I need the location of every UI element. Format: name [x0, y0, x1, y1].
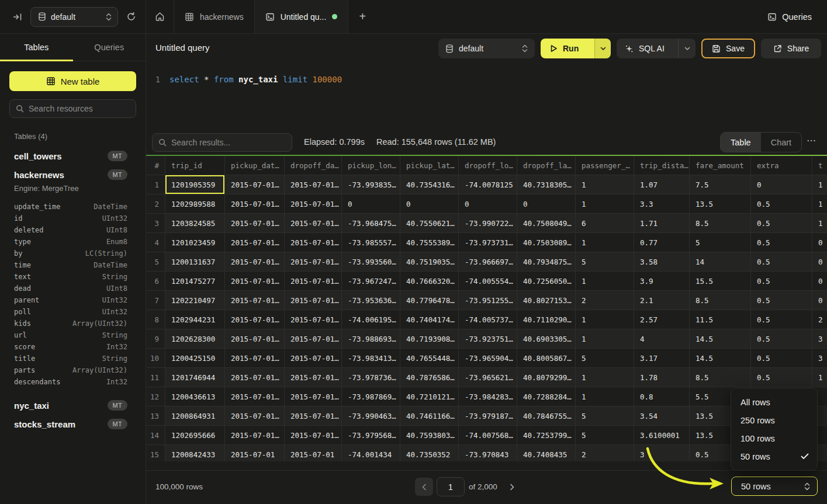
row-number-cell[interactable]: 11: [146, 368, 165, 387]
row-number-cell[interactable]: 8: [146, 310, 165, 329]
data-cell[interactable]: 2: [576, 445, 634, 461]
data-cell[interactable]: 1: [812, 175, 827, 194]
prev-page-button[interactable]: [415, 478, 433, 496]
data-cell[interactable]: 1: [576, 194, 634, 214]
data-cell[interactable]: -73.979187…: [459, 406, 517, 426]
sidebar-tab-queries[interactable]: Queries: [73, 34, 146, 61]
data-cell[interactable]: 3.58: [634, 252, 690, 272]
data-cell[interactable]: 40.7408435: [517, 445, 576, 461]
row-number-cell[interactable]: 10: [146, 349, 165, 368]
query-database-selector[interactable]: default: [438, 39, 535, 58]
data-cell[interactable]: 2015-07-01…: [225, 349, 285, 368]
data-cell[interactable]: 2015-07-01…: [285, 329, 342, 349]
resource-search-input[interactable]: [29, 104, 130, 113]
sidebar-table-cell_towers[interactable]: cell_towersMT: [0, 147, 146, 165]
refresh-icon[interactable]: [126, 12, 136, 22]
data-cell[interactable]: 6: [576, 214, 634, 233]
data-cell[interactable]: 1: [576, 368, 634, 387]
data-cell[interactable]: 8.5: [690, 368, 751, 387]
next-page-button[interactable]: [504, 478, 520, 496]
tab-untitled-query[interactable]: Untitled qu...: [255, 0, 349, 33]
data-cell[interactable]: 1: [576, 387, 634, 406]
data-cell[interactable]: 40.7110290…: [517, 310, 576, 329]
page-size-option-all-rows[interactable]: All rows: [731, 393, 817, 411]
collapse-sidebar-icon[interactable]: [13, 12, 22, 22]
data-cell[interactable]: 3.6100001: [634, 426, 690, 445]
data-cell[interactable]: 3: [812, 349, 827, 368]
row-number-cell[interactable]: 4: [146, 233, 165, 252]
column-header[interactable]: extra: [751, 156, 812, 175]
data-cell[interactable]: 2015-07-01…: [225, 233, 285, 252]
column-header[interactable]: trip_dista…: [634, 156, 690, 175]
data-cell[interactable]: -73.973731…: [459, 233, 517, 252]
data-cell[interactable]: 1201746944: [165, 368, 225, 387]
data-cell[interactable]: -73.978736…: [342, 368, 400, 387]
data-cell[interactable]: 40.7593803…: [400, 426, 459, 445]
data-cell[interactable]: 2015-07-01…: [285, 291, 342, 310]
run-button-main[interactable]: Run: [541, 39, 594, 58]
data-cell[interactable]: 2: [812, 310, 827, 329]
data-cell[interactable]: 40.7934875…: [517, 252, 576, 272]
row-number-cell[interactable]: 1: [146, 175, 165, 194]
data-cell[interactable]: 1200436613: [165, 387, 225, 406]
row-number-cell[interactable]: 2: [146, 194, 165, 214]
data-cell[interactable]: 0.5: [751, 291, 812, 310]
data-cell[interactable]: 2015-07-01: [225, 445, 285, 461]
row-number-cell[interactable]: 3: [146, 214, 165, 233]
data-cell[interactable]: 1.78: [634, 368, 690, 387]
data-cell[interactable]: 8.5: [690, 291, 751, 310]
data-cell[interactable]: 0.77: [634, 233, 690, 252]
data-cell[interactable]: 1203824585: [165, 214, 225, 233]
data-cell[interactable]: 3.54: [634, 406, 690, 426]
column-header[interactable]: pickup_lat…: [400, 156, 459, 175]
data-cell[interactable]: 40.8005867…: [517, 349, 576, 368]
data-cell[interactable]: 2015-07-01…: [225, 387, 285, 406]
data-cell[interactable]: 2015-07-01…: [285, 387, 342, 406]
run-options-caret[interactable]: [594, 39, 611, 58]
share-button[interactable]: Share: [761, 39, 821, 58]
data-cell[interactable]: 5: [576, 349, 634, 368]
data-cell[interactable]: 1: [812, 214, 827, 233]
page-number-input[interactable]: [437, 477, 465, 496]
data-cell[interactable]: -73.990463…: [342, 406, 400, 426]
tab-hackernews[interactable]: hackernews: [174, 0, 255, 33]
data-cell[interactable]: 7.5: [690, 175, 751, 194]
database-selector[interactable]: default: [30, 7, 118, 27]
data-cell[interactable]: 0.5: [751, 272, 812, 291]
data-cell[interactable]: 2015-07-01…: [225, 272, 285, 291]
data-cell[interactable]: 0.8: [634, 387, 690, 406]
data-cell[interactable]: -73.993560…: [342, 252, 400, 272]
data-cell[interactable]: 1202989588: [165, 194, 225, 214]
data-cell[interactable]: 2015-07-01…: [225, 175, 285, 194]
data-cell[interactable]: 2015-07-01…: [285, 368, 342, 387]
page-size-option-50-rows[interactable]: 50 rows: [731, 447, 817, 465]
data-cell[interactable]: 3.3: [634, 194, 690, 214]
data-cell[interactable]: 3.17: [634, 349, 690, 368]
data-cell[interactable]: 40.7555389…: [400, 233, 459, 252]
data-cell[interactable]: -73.988693…: [342, 329, 400, 349]
column-header[interactable]: t: [812, 156, 827, 175]
data-cell[interactable]: 14: [690, 252, 751, 272]
data-cell[interactable]: 1201023459: [165, 233, 225, 252]
data-cell[interactable]: 0.5: [751, 252, 812, 272]
data-cell[interactable]: -74.001434: [342, 445, 400, 461]
data-cell[interactable]: -73.965904…: [459, 349, 517, 368]
column-header[interactable]: dropoff_lo…: [459, 156, 517, 175]
data-cell[interactable]: -73.953636…: [342, 291, 400, 310]
data-cell[interactable]: 11.5: [690, 310, 751, 329]
data-cell[interactable]: 0: [459, 194, 517, 214]
data-cell[interactable]: 2015-07-01…: [285, 214, 342, 233]
data-cell[interactable]: 0.5: [751, 310, 812, 329]
column-header[interactable]: #: [146, 156, 165, 175]
data-cell[interactable]: 40.7796478…: [400, 291, 459, 310]
sql-ai-main[interactable]: SQL AI: [617, 39, 678, 58]
sidebar-table-stocks_stream[interactable]: stocks_streamMT: [0, 415, 146, 433]
data-cell[interactable]: 8.5: [690, 214, 751, 233]
data-cell[interactable]: 2: [576, 291, 634, 310]
data-cell[interactable]: -73.951255…: [459, 291, 517, 310]
data-cell[interactable]: 3.9: [634, 272, 690, 291]
data-cell[interactable]: 40.7876586…: [400, 368, 459, 387]
data-cell[interactable]: 40.7210121…: [400, 387, 459, 406]
data-cell[interactable]: 2015-07-01…: [225, 406, 285, 426]
data-cell[interactable]: 2015-07-01: [285, 445, 342, 461]
